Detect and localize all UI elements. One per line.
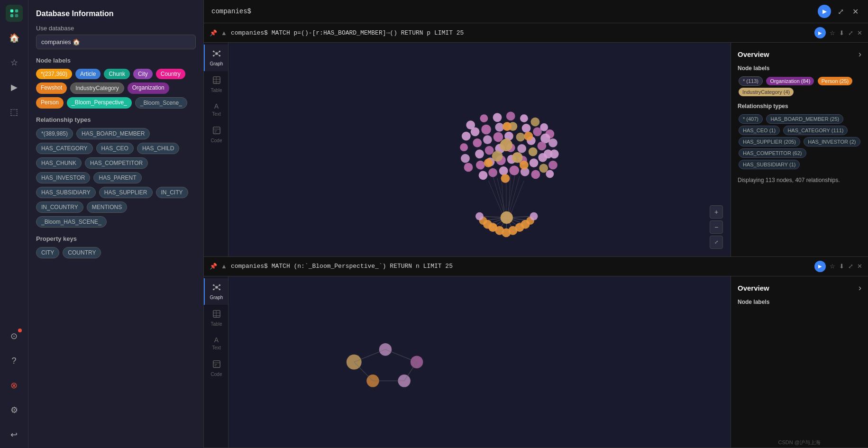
rel-investor[interactable]: HAS_INVESTOR — [36, 172, 90, 183]
tag-industry[interactable]: IndustryCategory — [70, 82, 124, 94]
error-icon[interactable]: ⊗ — [6, 377, 23, 394]
tag-fewshot[interactable]: Fewshot — [36, 82, 67, 94]
tag-city[interactable]: City — [133, 69, 153, 79]
play-icon[interactable]: ▶ — [6, 79, 23, 96]
tag-org[interactable]: Organization — [128, 82, 169, 94]
ov-rel-cat-1[interactable]: HAS_CATEGORY (111) — [783, 126, 848, 135]
svg-point-77 — [499, 166, 508, 175]
db-select[interactable]: companies 🏠 — [36, 35, 196, 49]
svg-line-134 — [354, 349, 385, 362]
alert-dot-icon[interactable]: ⊙ — [6, 328, 23, 345]
rel-supplier[interactable]: HAS_SUPPLIER — [99, 187, 153, 198]
rel-subsidiary[interactable]: HAS_SUBSIDIARY — [36, 187, 96, 198]
tag-all[interactable]: *(237,360) — [36, 69, 72, 79]
ov-rel-subsidiary-1[interactable]: HAS_SUBSIDIARY (1) — [739, 160, 800, 169]
top-close-button[interactable]: ✕ — [850, 5, 860, 18]
expand-button-1[interactable]: ⤢ — [848, 29, 853, 37]
query-text-1: companies$ MATCH p=()-[r:HAS_BOARD_MEMBE… — [231, 29, 811, 37]
text-tab-1[interactable]: A Text — [204, 98, 228, 121]
rel-ceo[interactable]: HAS_CEO — [96, 143, 134, 154]
up-icon-2[interactable]: ▲ — [221, 263, 227, 270]
top-prompt-text: companies$ — [211, 8, 813, 15]
question-icon[interactable]: ? — [6, 352, 23, 369]
ov-rel-supplier-1[interactable]: HAS_SUPPLIER (205) — [739, 137, 800, 146]
top-run-button[interactable]: ▶ — [818, 5, 831, 18]
zoom-out-button[interactable]: − — [710, 220, 723, 234]
svg-rect-1 — [15, 9, 18, 12]
ov-rel-investor-1[interactable]: HAS_INVESTOR (2) — [804, 137, 860, 146]
settings-icon[interactable]: ⚙ — [6, 402, 23, 419]
graph-canvas-2[interactable] — [228, 276, 731, 448]
tag-bloom-scene[interactable]: _Bloom_Scene_ — [135, 97, 187, 109]
pin-icon-2[interactable]: 📌 — [210, 263, 217, 270]
back-icon[interactable]: ↩ — [6, 426, 23, 443]
graph-tab-2[interactable]: Graph — [204, 278, 228, 305]
ov-rel-all-1[interactable]: * (407) — [739, 114, 763, 124]
download-button-2[interactable]: ⬇ — [839, 263, 844, 270]
star-icon[interactable]: ☆ — [6, 54, 23, 71]
overview-header-2: Overview › — [738, 283, 861, 293]
use-db-label: Use database — [36, 25, 196, 32]
query-bar-1: 📌 ▲ companies$ MATCH p=()-[r:HAS_BOARD_M… — [204, 23, 868, 43]
zoom-in-button[interactable]: + — [710, 205, 723, 219]
code-tab-1[interactable]: Code — [204, 121, 228, 148]
svg-point-34 — [520, 114, 528, 122]
svg-line-27 — [508, 176, 520, 218]
tag-bloom-perspective[interactable]: _Bloom_Perspective_ — [67, 97, 132, 109]
rel-mentions[interactable]: MENTIONS — [87, 201, 127, 213]
graph-tab-1[interactable]: Graph — [204, 45, 228, 71]
tag-country[interactable]: Country — [156, 69, 185, 79]
node-labels-container: *(237,360) Article Chunk City Country Fe… — [36, 69, 196, 109]
close-button-1[interactable]: ✕ — [857, 29, 862, 37]
db-info-panel: Database Information Use database compan… — [28, 0, 204, 448]
download-button-1[interactable]: ⬇ — [839, 29, 844, 37]
rel-bloom-scene[interactable]: _Bloom_HAS_SCENE_ — [36, 216, 107, 228]
ov-rel-ceo-1[interactable]: HAS_CEO (1) — [739, 126, 780, 135]
expand-button-2[interactable]: ⤢ — [848, 263, 853, 270]
star-button-1[interactable]: ☆ — [830, 29, 835, 37]
relationship-types-section-title: Relationship types — [36, 116, 196, 123]
graph-canvas-1[interactable]: + − ⤢ — [228, 43, 731, 256]
rel-board[interactable]: HAS_BOARD_MEMBER — [76, 128, 150, 139]
main-content: companies$ ▶ ⤢ ✕ 📌 ▲ companies$ MATCH p=… — [204, 0, 868, 448]
terminal-icon[interactable]: ⬚ — [6, 103, 23, 120]
ov-tag-person-1[interactable]: Person (25) — [818, 77, 852, 85]
ov-tag-industry-1[interactable]: IndustryCategory (4) — [739, 88, 794, 96]
ov-rel-competitor-1[interactable]: HAS_COMPETITOR (62) — [739, 148, 806, 158]
up-icon-1[interactable]: ▲ — [221, 29, 227, 37]
prop-city[interactable]: CITY — [36, 247, 59, 258]
text-tab-2[interactable]: A Text — [204, 331, 228, 355]
table-tab-1[interactable]: Table — [204, 71, 228, 98]
rel-parent[interactable]: HAS_PARENT — [93, 172, 141, 183]
fit-button[interactable]: ⤢ — [710, 236, 723, 249]
rel-all[interactable]: *(389,985) — [36, 128, 73, 139]
text-tab-icon-1: A — [214, 102, 219, 110]
overview-chevron-1[interactable]: › — [859, 49, 861, 59]
svg-point-80 — [531, 170, 540, 179]
top-expand-button[interactable]: ⤢ — [836, 5, 846, 18]
tag-chunk[interactable]: Chunk — [104, 69, 130, 79]
rel-in-country[interactable]: IN_COUNTRY — [36, 201, 83, 213]
rel-in-city[interactable]: IN_CITY — [156, 187, 188, 198]
overview-header-1: Overview › — [738, 49, 861, 59]
logo-icon[interactable] — [6, 5, 23, 22]
home-icon[interactable]: 🏠 — [6, 29, 23, 46]
run-button-1[interactable]: ▶ — [814, 27, 826, 38]
prop-country[interactable]: COUNTRY — [63, 247, 101, 258]
pin-icon-1[interactable]: 📌 — [210, 29, 217, 37]
run-button-2[interactable]: ▶ — [814, 261, 826, 272]
rel-competitor[interactable]: HAS_COMPETITOR — [85, 157, 148, 169]
ov-tag-all-1[interactable]: * (113) — [739, 76, 763, 86]
rel-chunk[interactable]: HAS_CHUNK — [36, 157, 82, 169]
close-button-2[interactable]: ✕ — [857, 263, 862, 270]
star-button-2[interactable]: ☆ — [830, 263, 835, 270]
rel-child[interactable]: HAS_CHILD — [137, 143, 179, 154]
rel-category[interactable]: HAS_CATEGORY — [36, 143, 93, 154]
tag-person[interactable]: Person — [36, 97, 64, 109]
tag-article[interactable]: Article — [75, 69, 101, 79]
overview-chevron-2[interactable]: › — [859, 283, 861, 293]
table-tab-2[interactable]: Table — [204, 305, 228, 331]
ov-tag-org-1[interactable]: Organization (84) — [766, 77, 814, 85]
ov-rel-board-1[interactable]: HAS_BOARD_MEMBER (25) — [766, 114, 843, 124]
code-tab-2[interactable]: Code — [204, 355, 228, 382]
